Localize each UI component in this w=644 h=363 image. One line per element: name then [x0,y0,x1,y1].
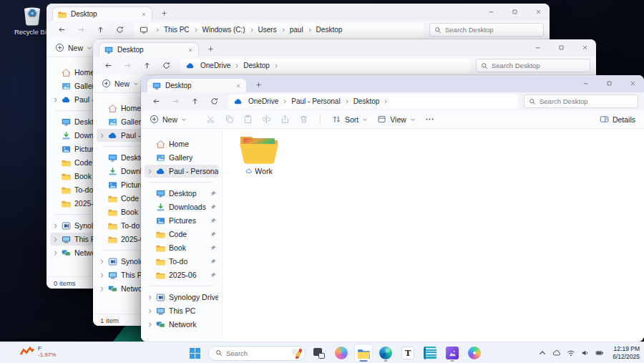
battery-icon[interactable] [595,349,604,357]
search-input[interactable] [492,62,585,69]
onedrive-tray-icon[interactable] [552,349,561,357]
tab-desktop[interactable]: Desktop [99,42,199,57]
more-options-button[interactable] [425,115,434,124]
taskbar-search-box[interactable] [208,346,306,361]
close-tab-icon[interactable] [187,47,193,53]
text-app-button[interactable]: T [399,344,416,362]
volume-icon[interactable] [581,349,590,357]
view-button[interactable]: View [377,115,416,124]
chevron-right-icon[interactable] [99,132,105,139]
search-input[interactable] [540,97,633,105]
chevron-right-icon[interactable] [147,294,153,301]
maximize-button[interactable] [512,9,518,15]
task-view-button[interactable] [311,344,328,362]
chevron-right-icon[interactable] [52,97,59,103]
new-tab-button[interactable] [255,82,262,88]
chevron-right-icon[interactable] [52,223,59,229]
start-button[interactable] [186,344,203,362]
crumb-onedrive[interactable]: OneDrive [199,62,232,69]
chevron-right-icon[interactable] [99,258,105,265]
chevron-right-icon[interactable] [147,321,153,328]
sidebar-item-home[interactable]: Home [145,137,218,150]
new-button[interactable]: New [102,79,139,88]
cut-button[interactable] [206,115,215,124]
chevron-right-icon[interactable] [99,272,105,279]
crumb-desktop[interactable]: Desktop [352,97,381,105]
close-button[interactable] [582,44,588,51]
sidebar-item-desktop[interactable]: Desktop [145,187,218,200]
sidebar-item-2025-06[interactable]: 2025-06 [145,268,218,281]
minimize-button[interactable] [582,80,589,87]
back-button[interactable] [152,97,160,105]
crumb-windows-c[interactable]: Windows (C:) [201,26,247,34]
search-box[interactable] [524,95,638,108]
sidebar-item-code[interactable]: Code [145,228,218,241]
search-box[interactable] [429,23,544,37]
refresh-button[interactable] [210,97,218,105]
breadcrumb[interactable]: OneDrive Paul - Personal Desktop [228,95,518,109]
copilot-button[interactable] [333,344,350,362]
sidebar-item-book[interactable]: Book [145,241,218,254]
close-button[interactable] [535,9,542,15]
sidebar-item-downloads[interactable]: Downloads [145,200,218,213]
up-button[interactable] [191,97,199,105]
new-button[interactable]: New [55,43,92,52]
file-explorer-button[interactable] [355,344,372,362]
file-list[interactable]: Work [223,129,644,342]
crumb-onedrive[interactable]: OneDrive [247,97,280,105]
chevron-right-icon[interactable] [147,308,153,314]
rename-button[interactable] [262,115,271,124]
widgets-button[interactable]: F -1.97% [20,345,56,358]
wifi-icon[interactable] [567,349,575,357]
sidebar-item-gallery[interactable]: Gallery [145,151,218,164]
new-tab-button[interactable] [208,46,214,52]
minimize-button[interactable] [488,9,494,15]
close-tab-icon[interactable] [141,11,147,17]
clock[interactable]: 12:19 PM 6/12/2025 [613,345,640,361]
copy-button[interactable] [225,115,234,124]
new-button[interactable]: New [150,115,187,124]
crumb-paul-personal[interactable]: Paul - Personal [290,97,341,105]
delete-button[interactable] [299,115,308,124]
breadcrumb[interactable]: This PC Windows (C:) Users paul Desktop [134,23,424,37]
chevron-right-icon[interactable] [99,286,105,292]
new-tab-button[interactable] [161,10,167,16]
breadcrumb[interactable]: OneDrive Desktop [180,59,470,73]
up-button[interactable] [143,62,151,69]
forward-button[interactable] [77,26,85,34]
sidebar-item-onedrive-personal[interactable]: Paul - Personal [145,165,218,178]
close-button[interactable] [630,80,636,87]
maximize-button[interactable] [558,44,565,51]
up-button[interactable] [97,26,104,34]
taskbar-search-input[interactable] [226,349,288,357]
chevron-right-icon[interactable] [147,168,153,175]
forward-button[interactable] [124,62,132,69]
maximize-button[interactable] [606,80,613,87]
crumb-users[interactable]: Users [257,26,278,34]
forward-button[interactable] [172,97,180,105]
back-button[interactable] [58,26,66,34]
back-button[interactable] [104,62,112,69]
crumb-desktop[interactable]: Desktop [242,62,271,69]
refresh-button[interactable] [162,62,170,69]
search-box[interactable] [476,59,590,72]
paste-button[interactable] [243,115,253,124]
details-pane-button[interactable]: Details [600,115,635,124]
tab-desktop[interactable]: Desktop [52,6,152,21]
tray-overflow-chevron[interactable] [538,349,547,357]
share-button[interactable] [280,115,290,124]
crumb-this-pc[interactable]: This PC [162,26,191,34]
crumb-desktop[interactable]: Desktop [315,26,344,34]
sidebar-item-synology-drive[interactable]: Synology Drive - th [145,291,218,304]
crumb-paul[interactable]: paul [288,26,305,34]
file-work-folder[interactable]: Work [231,133,287,175]
sidebar-item-todo[interactable]: To-do [145,255,218,268]
edge-button[interactable] [377,344,394,362]
search-input[interactable] [445,26,539,34]
sidebar-item-this-pc[interactable]: This PC [145,304,218,317]
minimize-button[interactable] [535,44,541,51]
sort-button[interactable]: Sort [332,115,368,124]
refresh-button[interactable] [116,26,124,34]
paint-app-button[interactable] [466,344,483,362]
chevron-right-icon[interactable] [52,236,59,243]
